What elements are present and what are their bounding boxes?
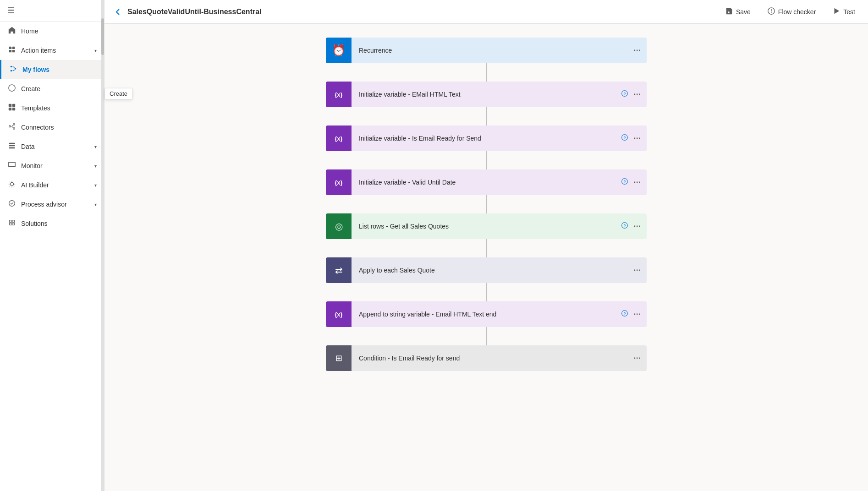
my-flows-icon: [9, 65, 18, 75]
sidebar-item-process-advisor[interactable]: Process advisor ▾: [0, 195, 104, 214]
flow-canvas: ⏰ Recurrence ··· {x} Initialize variable…: [104, 24, 868, 491]
sidebar-item-home-label: Home: [21, 27, 97, 35]
step-more-apply[interactable]: ···: [634, 266, 641, 274]
main-content: SalesQuoteValidUntil-BusinessCentral Sav…: [104, 0, 868, 491]
step-help-var2-icon[interactable]: ?: [621, 134, 628, 143]
hamburger-menu-icon[interactable]: ☰: [7, 6, 15, 15]
page-title: SalesQuoteValidUntil-BusinessCentral: [127, 8, 717, 16]
table-row[interactable]: ⏰ Recurrence ···: [326, 38, 647, 63]
create-icon: [7, 84, 16, 94]
step-icon-apply: ⇄: [326, 257, 352, 283]
svg-rect-17: [9, 147, 15, 149]
sidebar-item-monitor[interactable]: Monitor ▾: [0, 156, 104, 175]
svg-rect-2: [12, 47, 15, 49]
connectors-icon: [7, 122, 16, 132]
step-label-var2: Initialize variable - Is Email Ready for…: [352, 135, 621, 142]
connector-line: [486, 107, 487, 125]
step-actions-apply: ···: [634, 266, 647, 274]
sidebar-item-monitor-label: Monitor: [21, 162, 90, 169]
svg-point-14: [13, 128, 15, 130]
table-row[interactable]: {x} Append to string variable - Email HT…: [326, 301, 647, 327]
solutions-icon: [7, 218, 16, 229]
svg-point-18: [10, 182, 13, 185]
sidebar-top: ☰: [0, 0, 104, 22]
scrollbar-track: [101, 0, 104, 491]
sidebar-item-solutions-label: Solutions: [21, 220, 97, 227]
scrollbar-thumb[interactable]: [101, 18, 104, 55]
svg-point-13: [13, 124, 15, 125]
connector-line: [486, 151, 487, 169]
back-button[interactable]: [114, 7, 123, 16]
connector-line: [486, 239, 487, 257]
sidebar-item-my-flows-label: My flows: [22, 66, 97, 73]
sidebar: ☰ Home Action items ▾ My flows: [0, 0, 104, 491]
step-more-list[interactable]: ···: [634, 222, 641, 230]
table-row[interactable]: ⇄ Apply to each Sales Quote ···: [326, 257, 647, 283]
sidebar-item-ai-builder-label: AI Builder: [21, 181, 90, 189]
templates-icon: [7, 103, 16, 113]
sidebar-item-connectors[interactable]: Connectors: [0, 118, 104, 137]
svg-text:?: ?: [623, 224, 626, 228]
svg-rect-10: [9, 108, 11, 110]
sidebar-item-solutions[interactable]: Solutions: [0, 214, 104, 233]
step-more-append[interactable]: ···: [634, 310, 641, 318]
table-row[interactable]: ◎ List rows - Get all Sales Quotes ? ···: [326, 213, 647, 239]
sidebar-item-home[interactable]: Home: [0, 22, 104, 41]
step-icon-recurrence: ⏰: [326, 38, 352, 63]
svg-text:?: ?: [623, 311, 626, 316]
svg-rect-9: [12, 104, 15, 107]
svg-point-6: [11, 70, 12, 72]
connector-line: [486, 63, 487, 82]
step-label-append: Append to string variable - Email HTML T…: [352, 311, 621, 318]
sidebar-item-action-items-label: Action items: [21, 47, 90, 54]
step-actions-condition: ···: [634, 354, 647, 362]
action-items-chevron-icon: ▾: [94, 48, 97, 53]
svg-point-5: [15, 68, 16, 70]
sidebar-item-process-advisor-label: Process advisor: [21, 201, 90, 208]
step-actions-recurrence: ···: [634, 46, 647, 55]
test-icon: [832, 7, 841, 17]
save-label: Save: [736, 8, 751, 16]
step-label-condition: Condition - Is Email Ready for send: [352, 355, 634, 362]
test-button[interactable]: Test: [829, 5, 859, 19]
step-actions-var1: ? ···: [621, 90, 647, 99]
step-help-list-icon[interactable]: ?: [621, 222, 628, 231]
table-row[interactable]: {x} Initialize variable - Valid Until Da…: [326, 169, 647, 195]
step-actions-var3: ? ···: [621, 178, 647, 187]
step-more-condition[interactable]: ···: [634, 354, 641, 362]
step-more-var3[interactable]: ···: [634, 178, 641, 186]
sidebar-item-data-label: Data: [21, 143, 90, 150]
step-more-var2[interactable]: ···: [634, 134, 641, 142]
step-icon-var1: {x}: [326, 82, 352, 107]
sidebar-item-data[interactable]: Data ▾: [0, 137, 104, 156]
svg-text:?: ?: [623, 92, 626, 96]
table-row[interactable]: ⊞ Condition - Is Email Ready for send ··…: [326, 345, 647, 371]
step-help-var1-icon[interactable]: ?: [621, 90, 628, 99]
step-help-var3-icon[interactable]: ?: [621, 178, 628, 187]
sidebar-item-create[interactable]: Create: [0, 79, 104, 98]
save-button[interactable]: Save: [721, 5, 754, 19]
step-help-append-icon[interactable]: ?: [621, 310, 628, 319]
process-advisor-icon: [7, 199, 16, 209]
step-label-apply: Apply to each Sales Quote: [352, 267, 634, 274]
connector-line: [486, 327, 487, 345]
monitor-chevron-icon: ▾: [94, 164, 97, 169]
step-more-var1[interactable]: ···: [634, 90, 641, 98]
step-actions-append: ? ···: [621, 310, 647, 319]
svg-rect-1: [9, 50, 11, 52]
sidebar-item-ai-builder[interactable]: AI Builder ▾: [0, 175, 104, 195]
svg-rect-11: [12, 108, 15, 110]
step-more-recurrence[interactable]: ···: [634, 46, 641, 55]
sidebar-item-my-flows[interactable]: My flows: [0, 60, 104, 79]
table-row[interactable]: {x} Initialize variable - Is Email Ready…: [326, 125, 647, 151]
save-icon: [725, 7, 733, 17]
table-row[interactable]: {x} Initialize variable - EMail HTML Tex…: [326, 82, 647, 107]
sidebar-item-action-items[interactable]: Action items ▾: [0, 41, 104, 60]
svg-text:?: ?: [623, 136, 626, 140]
flow-checker-button[interactable]: Flow checker: [764, 5, 819, 19]
sidebar-item-templates[interactable]: Templates: [0, 98, 104, 118]
svg-point-4: [11, 66, 12, 68]
step-icon-var3: {x}: [326, 169, 352, 195]
svg-text:?: ?: [623, 180, 626, 184]
home-icon: [7, 26, 16, 36]
